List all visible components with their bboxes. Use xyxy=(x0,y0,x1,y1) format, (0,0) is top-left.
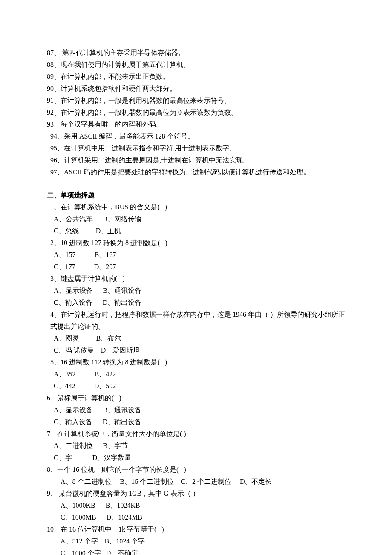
mc-q1-row1: A、公共汽车 B、网络传输 xyxy=(47,213,345,225)
mc-q5-row2: C、442 D、502 xyxy=(47,380,345,392)
tf-q88: 88、现在我们使用的计算机属于第五代计算机。 xyxy=(47,59,345,71)
mc-q2-row2: C、177 D、207 xyxy=(47,261,345,273)
mc-q5-row1: A、352 B、422 xyxy=(47,368,345,380)
mc-q10-row2: C、1000 个字 D、不确定 xyxy=(47,547,345,555)
mc-q7-row2: C、字 D、汉字数量 xyxy=(47,452,345,464)
mc-q6-row1: A、显示设备 B、通讯设备 xyxy=(47,404,345,416)
mc-q4-row1: A、图灵 B、布尔 xyxy=(47,332,345,344)
mc-q3-stem: 3、键盘属于计算机的( ) xyxy=(47,273,345,285)
mc-q3-row1: A、显示设备 B、通讯设备 xyxy=(47,285,345,297)
tf-q91: 91、在计算机内部，一般是利用机器数的最高位来表示符号。 xyxy=(47,95,345,107)
tf-q95: 95、在计算机中用二进制表示指令和字符,用十进制表示数字。 xyxy=(47,142,345,154)
mc-q6-stem: 6、鼠标属于计算机的( ) xyxy=(47,392,345,404)
mc-q10-row1: A、512 个字 B、1024 个字 xyxy=(47,535,345,547)
mc-q9-row1: A、1000KB B、1024KB xyxy=(47,500,345,512)
mc-q3-row2: C、输入设备 D、输出设备 xyxy=(47,297,345,309)
tf-q92: 92、在计算机内部，一般机器数的最高位为 0 表示该数为负数。 xyxy=(47,107,345,119)
mc-q1-row2: C、总线 D、主机 xyxy=(47,225,345,237)
tf-q94: 94、采用 ASCII 编码，最多能表示 128 个符号。 xyxy=(47,130,345,142)
mc-q2-row1: A、157 B、167 xyxy=(47,249,345,261)
mc-q2-stem: 2、10 进制数 127 转换为 8 进制数是( ) xyxy=(47,237,345,249)
mc-q6-row2: C、输入设备 D、输出设备 xyxy=(47,416,345,428)
section-2-title: 二、单项选择题 xyxy=(47,189,345,201)
tf-q89: 89、在计算机内部，不能表示出正负数。 xyxy=(47,71,345,83)
mc-q10-stem: 10、在 16 位计算机中，1k 字节等于( ) xyxy=(47,523,345,535)
mc-q9-stem: 9、 某台微机的硬盘容量为 1GB，其中 G 表示（ ） xyxy=(47,488,345,500)
mc-q8-row1: A、8 个二进制位 B、16 个二进制位 C、2 个二进制位 D、不定长 xyxy=(47,476,345,488)
tf-q90: 90、计算机系统包括软件和硬件两大部分。 xyxy=(47,83,345,95)
mc-q5-stem: 5、16 进制数 112 转换为 8 进制数是( ) xyxy=(47,356,345,368)
mc-q9-row2: C、1000MB D、1024MB xyxy=(47,512,345,523)
mc-q7-stem: 7、在计算机系统中，衡量文件大小的单位是( ) xyxy=(47,428,345,440)
tf-q97: 97、ASCII 码的作用是把要处理的字符转换为二进制代码,以便计算机进行传送和… xyxy=(47,166,345,178)
mc-q1-stem: 1、在计算机系统中，BUS 的含义是( ) xyxy=(47,201,345,213)
tf-q96: 96、计算机采用二进制的主要原因是,十进制在计算机中无法实现。 xyxy=(47,154,345,166)
mc-q8-stem: 8、一个 16 位机，则它的一个字节的长度是( ) xyxy=(47,464,345,476)
tf-q87: 87、 第四代计算机的主存采用半导体存储器。 xyxy=(47,47,345,59)
mc-q4-row2: C、冯·诺依曼 D、爱因斯坦 xyxy=(47,344,345,356)
document-page: 87、 第四代计算机的主存采用半导体存储器。 88、现在我们使用的计算机属于第五… xyxy=(0,0,392,555)
mc-q4-stem: 4、在计算机运行时，把程序和数据一样存放在内存中，这是 1946 年由（ ）所领… xyxy=(47,309,345,332)
tf-q93: 93、每个汉字具有唯一的内码和外码。 xyxy=(47,119,345,130)
mc-q7-row1: A、二进制位 B、字节 xyxy=(47,440,345,452)
